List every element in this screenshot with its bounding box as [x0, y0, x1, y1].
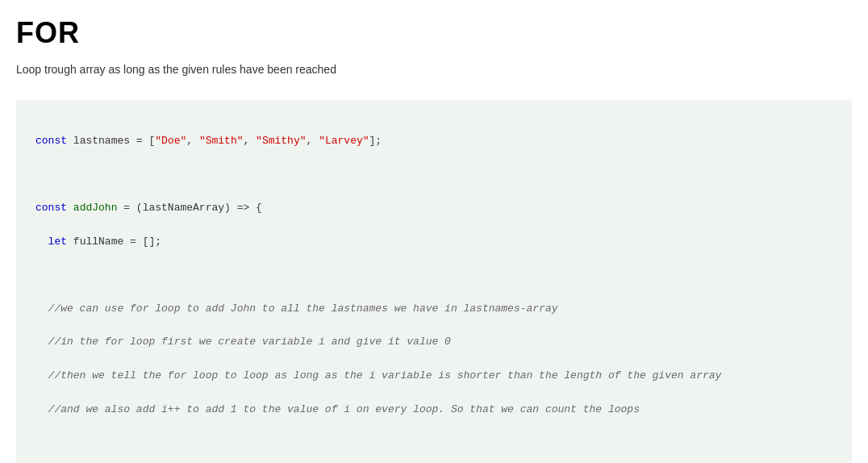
empty-line-3	[35, 435, 833, 452]
code-line-5: //in the for loop first we create variab…	[35, 334, 833, 351]
code-line-6: //then we tell the for loop to loop as l…	[35, 368, 833, 385]
code-line-1: const lastnames = ["Doe", "Smith", "Smit…	[35, 133, 833, 150]
empty-line-2	[35, 267, 833, 284]
page-subtitle: Loop trough array as long as the given r…	[16, 63, 852, 76]
code-line-4: //we can use for loop to add John to all…	[35, 301, 833, 318]
code-block: const lastnames = ["Doe", "Smith", "Smit…	[16, 100, 852, 463]
code-line-7: //and we also add i++ to add 1 to the va…	[35, 402, 833, 419]
code-line-2: const addJohn = (lastNameArray) => {	[35, 200, 833, 217]
page-title: FOR	[16, 16, 852, 50]
code-line-3: let fullName = [];	[35, 234, 833, 251]
empty-line-1	[35, 166, 833, 183]
